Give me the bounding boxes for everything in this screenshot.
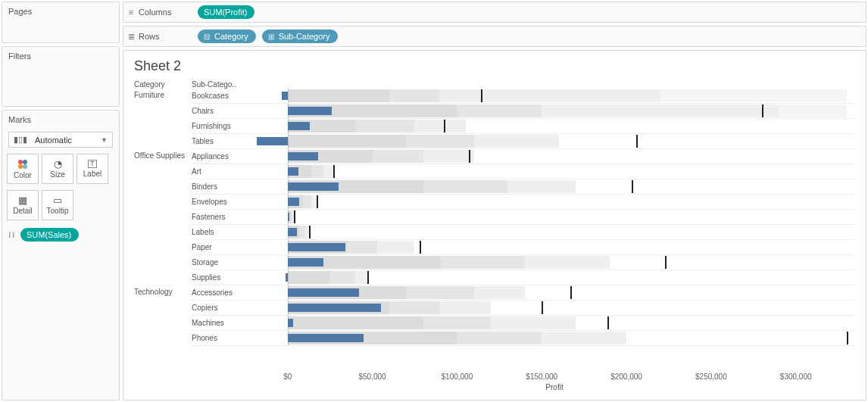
marks-type-dropdown[interactable]: ▮▯▮ Automatic ▼ — [8, 132, 113, 148]
pill-subcategory-label: Sub-Category — [279, 32, 330, 41]
label-button[interactable]: T Label — [76, 154, 108, 184]
distribution-band — [406, 135, 473, 148]
distribution-band — [330, 271, 356, 284]
distribution-band — [423, 316, 491, 329]
category-group: FurnitureBookcasesChairsFurnishingsTable… — [134, 89, 855, 149]
subcategory-label: Envelopes — [192, 195, 254, 210]
table-row[interactable]: Art — [192, 164, 855, 179]
table-row[interactable]: Storage — [192, 255, 855, 270]
color-label: Color — [14, 171, 32, 179]
bar-track — [254, 210, 855, 225]
size-button[interactable]: ◔ Size — [42, 154, 73, 184]
subcategory-label: Supplies — [192, 270, 254, 285]
profit-bar — [288, 243, 345, 251]
subcategory-label: Accessories — [192, 285, 254, 301]
distribution-band — [347, 241, 377, 254]
table-row[interactable]: Fasteners — [192, 210, 855, 225]
table-row[interactable]: Chairs — [192, 104, 855, 119]
distribution-band — [525, 256, 610, 269]
columns-icon: ≡ — [123, 8, 139, 17]
table-row[interactable]: Phones — [192, 331, 855, 346]
reference-line — [665, 256, 667, 269]
axis-tick: $250,000 — [695, 372, 727, 381]
subcategory-label: Fasteners — [192, 210, 254, 225]
table-row[interactable]: Bookcases — [192, 89, 855, 104]
pill-sum-profit[interactable]: SUM(Profit) — [198, 5, 254, 19]
profit-bar — [282, 92, 288, 100]
bar-track — [254, 301, 855, 316]
pill-sum-sales-label: SUM(Sales) — [27, 230, 71, 239]
pill-category[interactable]: ⊟ Category — [198, 30, 256, 43]
x-axis: Profit $0$50,000$100,000$150,000$200,000… — [134, 372, 855, 395]
distribution-band — [288, 135, 407, 148]
reference-line — [469, 150, 470, 163]
subcategory-label: Chairs — [192, 104, 254, 119]
reference-line — [636, 135, 638, 148]
distribution-band — [440, 89, 660, 102]
bar-track — [254, 255, 855, 270]
table-row[interactable]: Furnishings — [192, 119, 855, 134]
subcategory-label: Storage — [192, 255, 254, 270]
subcategory-label: Appliances — [192, 149, 254, 164]
pill-sum-sales[interactable]: SUM(Sales) — [20, 228, 79, 242]
subcategory-label: Furnishings — [192, 119, 254, 134]
filters-shelf[interactable]: Filters — [2, 46, 120, 107]
color-icon — [17, 159, 28, 170]
zero-line — [288, 134, 289, 148]
axis-tick: $300,000 — [780, 372, 812, 381]
table-row[interactable]: Tables — [192, 134, 855, 149]
profit-bar — [288, 319, 294, 327]
bar-track — [254, 179, 855, 195]
table-row[interactable]: Envelopes — [192, 195, 855, 210]
subcategory-label: Copiers — [192, 301, 254, 316]
distribution-band — [542, 104, 779, 117]
subcategory-label: Tables — [192, 134, 254, 149]
distribution-band — [323, 165, 333, 178]
bar-track — [254, 149, 855, 164]
pill-subcategory[interactable]: ⊞ Sub-Category — [262, 30, 338, 43]
distribution-band — [474, 135, 559, 148]
bar-track — [254, 331, 855, 346]
columns-shelf[interactable]: ≡ Columns SUM(Profit) — [123, 2, 866, 23]
rows-label: Rows — [139, 32, 190, 41]
detail-button[interactable]: ▦ Detail — [7, 190, 39, 220]
chevron-down-icon: ▼ — [101, 136, 108, 144]
table-row[interactable]: Machines — [192, 316, 855, 331]
profit-bar — [288, 152, 318, 160]
reference-line — [333, 165, 335, 178]
table-row[interactable]: Paper — [192, 240, 855, 255]
header-subcategory: Sub-Catego.. — [192, 80, 254, 89]
distribution-band — [457, 104, 542, 117]
rows-shelf[interactable]: ≣ Rows ⊟ Category ⊞ Sub-Category — [123, 26, 866, 47]
reference-line — [607, 316, 609, 329]
table-row[interactable]: Copiers — [192, 301, 855, 316]
right-panel: ≡ Columns SUM(Profit) ≣ Rows ⊟ Category … — [121, 0, 868, 402]
profit-bar — [288, 167, 299, 176]
axis-tick: $0 — [283, 372, 292, 381]
marks-detail-pill-row: ⁞⁞ SUM(Sales) — [2, 223, 119, 246]
bar-track — [254, 285, 855, 301]
bar-chart-icon: ▮▯▮ — [14, 135, 27, 145]
chart-rows: FurnitureBookcasesChairsFurnishingsTable… — [134, 89, 855, 346]
table-row[interactable]: Binders — [192, 179, 855, 195]
reference-line — [367, 271, 369, 284]
distribution-band — [491, 316, 576, 329]
table-row[interactable]: Labels — [192, 225, 855, 240]
distribution-band — [389, 89, 440, 102]
distribution-band — [406, 286, 473, 299]
distribution-band — [542, 332, 626, 344]
table-row[interactable]: Accessories — [192, 285, 855, 301]
pages-shelf[interactable]: Pages — [2, 2, 120, 43]
color-button[interactable]: Color — [7, 154, 39, 184]
sheet-title: Sheet 2 — [134, 58, 855, 74]
profit-bar — [286, 273, 288, 282]
bar-track — [254, 225, 855, 240]
svg-point-3 — [23, 164, 27, 169]
category-label: Furniture — [134, 89, 192, 149]
table-row[interactable]: Supplies — [192, 270, 855, 285]
distribution-band — [299, 226, 305, 238]
subcategory-label: Machines — [192, 316, 254, 331]
table-row[interactable]: Appliances — [192, 149, 855, 164]
tooltip-button[interactable]: ▭ Tooltip — [42, 190, 73, 220]
reference-line — [317, 195, 318, 208]
